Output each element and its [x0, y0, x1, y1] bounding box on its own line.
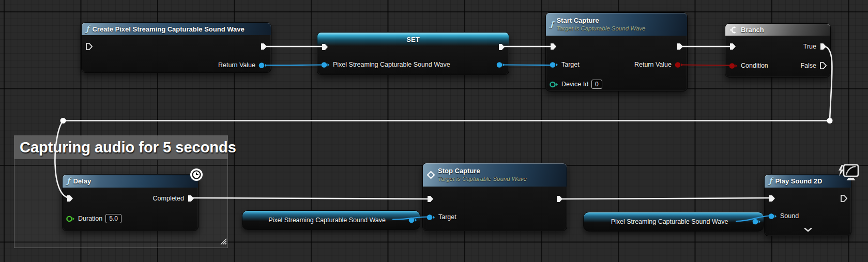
pin-label: False	[800, 62, 816, 69]
pin-label: Condition	[741, 62, 768, 69]
function-icon: ƒ	[67, 177, 70, 185]
latent-clock-icon	[190, 168, 203, 183]
pin-label: Duration	[78, 215, 102, 222]
node-title: Start Capture	[556, 17, 645, 25]
client-only-icon	[837, 164, 860, 185]
comment-resize-handle[interactable]	[219, 237, 227, 247]
comment-title-bar[interactable]: Capturing audio for 5 seconds	[14, 136, 227, 160]
pin-label: Return Value	[218, 61, 255, 69]
duration-input[interactable]: 5.0	[105, 214, 121, 223]
exec-in-pin[interactable]	[427, 194, 434, 204]
pin-label: Return Value	[634, 61, 672, 68]
pin-label: Target	[561, 61, 580, 68]
variable-output-pin[interactable]	[408, 217, 417, 224]
function-icon: ƒ	[86, 25, 89, 33]
exec-in-pin[interactable]	[550, 41, 557, 52]
node-set-variable[interactable]: SET Pixel Streaming Capturable Sound Wav…	[317, 32, 509, 75]
node-get-variable-2[interactable]: Pixel Streaming Capturable Sound Wave	[583, 212, 764, 232]
wire-exec-stopcapture-to-playsound	[561, 198, 773, 199]
device-id-pin[interactable]: Device Id 0	[550, 79, 602, 89]
expand-pins-chevron-icon[interactable]	[804, 225, 812, 234]
node-title: Delay	[73, 177, 91, 185]
node-stop-capture[interactable]: Stop Capture Target is Capturable Sound …	[422, 163, 567, 231]
node-start-capture-header[interactable]: ƒ Start Capture Target is Capturable Sou…	[546, 13, 687, 36]
node-get-variable-1[interactable]: Pixel Streaming Capturable Sound Wave	[242, 210, 420, 230]
wire-exec-delay-to-stopcapture	[193, 198, 432, 199]
node-title: Stop Capture	[438, 167, 527, 175]
exec-out-pin[interactable]	[498, 42, 505, 52]
target-pin[interactable]: Target	[427, 212, 456, 222]
exec-out-pin[interactable]	[260, 41, 267, 52]
exec-out-pin[interactable]	[556, 194, 563, 204]
condition-pin[interactable]: Condition	[729, 60, 768, 71]
node-branch[interactable]: Branch True Condition False	[725, 23, 831, 78]
reroute-node-left[interactable]	[60, 118, 66, 124]
node-subtitle: Target is Capturable Sound Wave	[556, 25, 645, 32]
node-title: SET	[406, 36, 419, 43]
return-value-pin[interactable]: Return Value	[634, 59, 683, 70]
target-pin[interactable]: Target	[550, 59, 580, 70]
diamond-icon	[427, 171, 435, 179]
node-create-header[interactable]: ƒ Create Pixel Streaming Capturable Soun…	[82, 23, 271, 35]
node-stop-capture-header[interactable]: Stop Capture Target is Capturable Sound …	[423, 163, 567, 187]
function-icon: ƒ	[550, 21, 553, 28]
exec-in-pin[interactable]	[729, 41, 736, 52]
pin-label: True	[803, 43, 816, 50]
true-exec-pin[interactable]: True	[803, 41, 827, 52]
node-delay-header[interactable]: ƒ Delay	[63, 175, 198, 188]
node-title: Play Sound 2D	[775, 177, 822, 185]
comment-title: Capturing audio for 5 seconds	[20, 139, 236, 156]
node-play-sound-2d[interactable]: ƒ Play Sound 2D Sound	[764, 174, 851, 236]
exec-in-pin[interactable]	[85, 41, 93, 52]
branch-icon	[729, 26, 738, 34]
node-subtitle: Target is Capturable Sound Wave	[438, 175, 527, 182]
variable-label: Pixel Streaming Capturable Sound Wave	[268, 217, 386, 224]
node-create-sound-wave[interactable]: ƒ Create Pixel Streaming Capturable Soun…	[81, 22, 271, 73]
node-branch-header[interactable]: Branch	[725, 24, 830, 36]
sound-pin[interactable]: Sound	[768, 211, 799, 221]
set-output-pin[interactable]	[496, 59, 505, 70]
variable-label: Pixel Streaming Capturable Sound Wave	[611, 218, 728, 225]
node-set-header[interactable]: SET	[317, 33, 509, 46]
node-delay[interactable]: ƒ Delay Completed Duration 5.0	[62, 174, 199, 231]
pin-label: Pixel Streaming Capturable Sound Wave	[333, 61, 450, 68]
blueprint-graph-canvas[interactable]: { "comment": { "text": "Capturing audio …	[0, 0, 868, 262]
exec-in-pin[interactable]	[768, 193, 775, 204]
node-title: Branch	[741, 26, 764, 34]
exec-out-pin[interactable]	[676, 41, 683, 52]
pin-label: Device Id	[561, 81, 588, 88]
exec-in-pin[interactable]	[66, 193, 73, 204]
node-start-capture[interactable]: ƒ Start Capture Target is Capturable Sou…	[545, 12, 688, 91]
node-title: Create Pixel Streaming Capturable Sound …	[92, 25, 244, 33]
pin-label: Target	[438, 213, 456, 221]
false-exec-pin[interactable]: False	[800, 60, 827, 71]
exec-out-pin[interactable]	[840, 193, 847, 204]
completed-exec-pin[interactable]: Completed	[153, 193, 194, 204]
reroute-node-right[interactable]	[827, 118, 833, 124]
exec-in-pin[interactable]	[321, 42, 328, 52]
pin-label: Completed	[153, 195, 184, 202]
device-id-input[interactable]: 0	[591, 80, 602, 89]
variable-output-pin[interactable]	[752, 219, 761, 225]
set-input-pin[interactable]: Pixel Streaming Capturable Sound Wave	[321, 59, 450, 70]
pin-label: Sound	[780, 212, 799, 220]
return-value-pin[interactable]: Return Value	[218, 60, 267, 70]
function-icon: ƒ	[769, 177, 772, 185]
duration-pin[interactable]: Duration 5.0	[66, 213, 121, 224]
